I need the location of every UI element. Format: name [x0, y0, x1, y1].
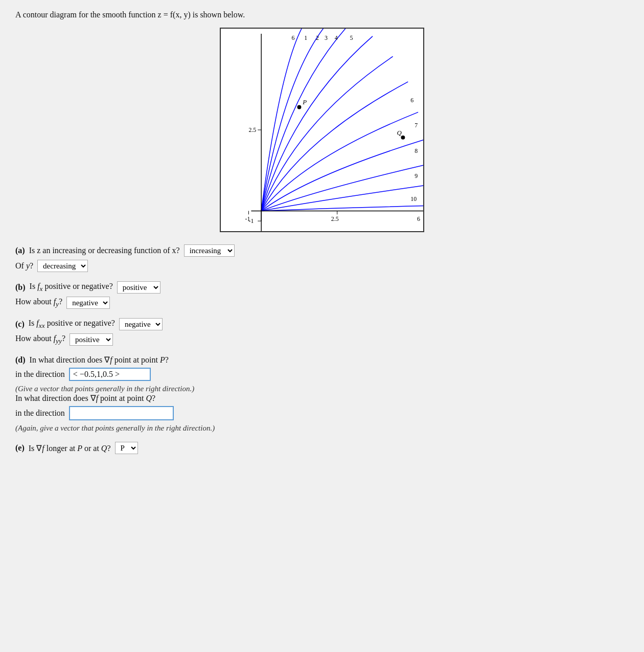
svg-text:-1: -1 — [248, 217, 254, 224]
contour-diagram: -1 2.5 6 -1 2.5 6 1 2 3 4 5 6 7 — [220, 28, 424, 232]
part-e-label: (e) — [15, 443, 25, 453]
part-a: (a) Is z an increasing or decreasing fun… — [15, 244, 629, 272]
part-b: (b) Is fx positive or negative? positive… — [15, 281, 629, 309]
part-c-select-fxx[interactable]: positive negative — [119, 318, 163, 330]
part-d-question1: In what direction does ∇f point at point… — [30, 355, 169, 365]
part-e-row: (e) Is ∇f longer at P or at Q? P Q — [15, 442, 629, 454]
part-e-question: Is ∇f longer at P or at Q? — [29, 443, 111, 453]
part-c-label: (c) — [15, 320, 25, 329]
part-d-direction-q-label: in the direction — [15, 409, 65, 418]
part-e: (e) Is ∇f longer at P or at Q? P Q — [15, 442, 629, 454]
part-d-row-question2: In what direction does ∇f point at point… — [15, 393, 629, 403]
svg-text:8: 8 — [415, 147, 418, 154]
part-c-question-fyy: How about fyy? — [15, 334, 65, 345]
svg-text:2: 2 — [316, 34, 319, 41]
part-e-select[interactable]: P Q — [115, 442, 138, 454]
svg-text:Q: Q — [397, 129, 402, 137]
part-b-question-fx: Is fx positive or negative? — [30, 282, 113, 293]
svg-text:9: 9 — [415, 172, 418, 179]
part-d-input-q[interactable] — [69, 406, 174, 420]
part-d-question2: In what direction does ∇f point at point… — [15, 393, 155, 403]
part-b-select-fx[interactable]: positive negative — [117, 281, 160, 294]
part-a-select-y[interactable]: increasing decreasing — [37, 260, 88, 272]
svg-text:3: 3 — [325, 34, 328, 41]
contour-container: -1 2.5 6 -1 2.5 6 1 2 3 4 5 6 7 — [15, 28, 629, 232]
part-a-label: (a) — [15, 246, 25, 255]
svg-point-24 — [297, 105, 301, 109]
svg-text:6: 6 — [292, 34, 295, 41]
part-a-row-y: Of y? increasing decreasing — [15, 260, 629, 272]
part-b-select-fy[interactable]: positive negative — [66, 297, 110, 309]
contour-svg: -1 2.5 6 -1 2.5 6 1 2 3 4 5 6 7 — [221, 29, 423, 231]
svg-text:2.5: 2.5 — [331, 215, 339, 222]
part-b-row-fx: (b) Is fx positive or negative? positive… — [15, 281, 629, 294]
svg-text:6: 6 — [417, 215, 420, 222]
svg-text:2.5: 2.5 — [248, 126, 256, 133]
part-d-direction-p-label: in the direction — [15, 370, 65, 379]
part-c-row-fxx: (c) Is fxx positive or negative? positiv… — [15, 318, 629, 330]
svg-text:1: 1 — [304, 34, 307, 41]
svg-text:6: 6 — [410, 97, 413, 104]
part-d-row-q: in the direction — [15, 406, 629, 420]
svg-text:P: P — [302, 99, 307, 106]
part-c-select-fyy[interactable]: positive negative — [70, 333, 113, 346]
part-d-row-p: in the direction < −0.5,1,0.5 > — [15, 368, 629, 381]
intro-text: A contour diagram for the smooth functio… — [15, 10, 629, 19]
part-d-note2: (Again, give a vector that points genera… — [15, 423, 629, 433]
part-d-row-question1: (d) In what direction does ∇f point at p… — [15, 355, 629, 365]
part-d-note1: (Give a vector that points generally in … — [15, 384, 629, 393]
part-c: (c) Is fxx positive or negative? positiv… — [15, 318, 629, 346]
part-d: (d) In what direction does ∇f point at p… — [15, 355, 629, 433]
svg-text:5: 5 — [350, 34, 353, 41]
part-b-question-fy: How about fy? — [15, 297, 62, 308]
part-a-question-x: Is z an increasing or decreasing functio… — [29, 246, 180, 255]
part-c-question-fxx: Is fxx positive or negative? — [29, 319, 115, 330]
part-a-question-y: Of y? — [15, 261, 33, 271]
part-d-input-p[interactable]: < −0.5,1,0.5 > — [69, 368, 151, 381]
part-b-label: (b) — [15, 283, 26, 292]
svg-text:10: 10 — [410, 195, 417, 203]
part-d-label: (d) — [15, 355, 26, 365]
svg-text:4: 4 — [335, 34, 338, 41]
part-a-select-x[interactable]: increasing decreasing — [184, 244, 235, 257]
svg-text:7: 7 — [415, 122, 418, 129]
part-a-row-x: (a) Is z an increasing or decreasing fun… — [15, 244, 629, 257]
part-b-row-fy: How about fy? positive negative — [15, 297, 629, 309]
part-c-row-fyy: How about fyy? positive negative — [15, 333, 629, 346]
